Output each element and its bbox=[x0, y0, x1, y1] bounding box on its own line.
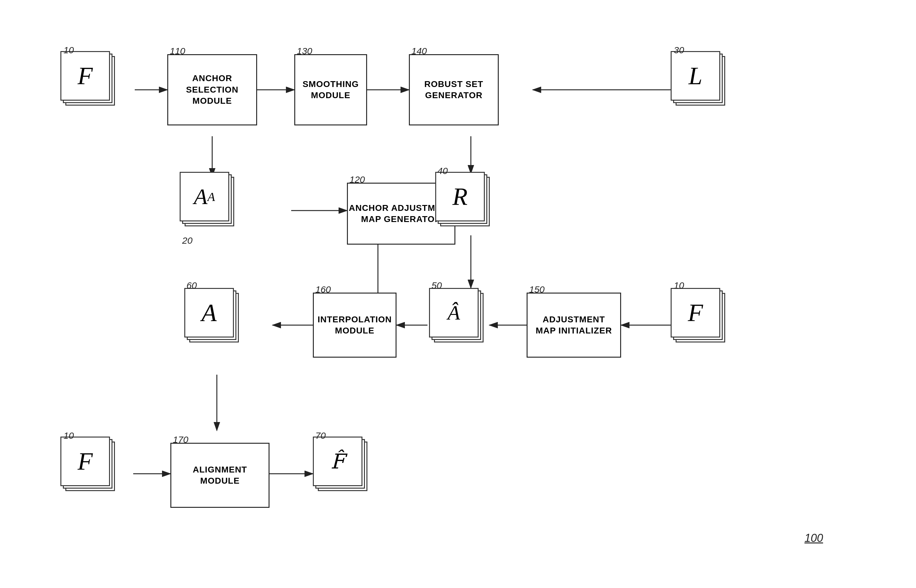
ref-20: 20 bbox=[182, 235, 193, 246]
aa-card-front: AA bbox=[180, 172, 229, 221]
smoothing-label: SMOOTHINGMODULE bbox=[303, 79, 359, 101]
a-card-front: A bbox=[184, 288, 234, 338]
anchor-selection-label: ANCHORSELECTIONMODULE bbox=[186, 73, 238, 107]
smoothing-module: SMOOTHINGMODULE bbox=[294, 54, 367, 125]
ref-70: 70 bbox=[316, 430, 325, 441]
a-hat-card-front: Â bbox=[429, 288, 479, 338]
ref-110: 110 bbox=[170, 46, 185, 57]
anchor-selection-module: ANCHORSELECTIONMODULE bbox=[167, 54, 257, 125]
l-card-front: L bbox=[671, 51, 720, 101]
ref-50: 50 bbox=[432, 280, 442, 291]
ref-10-bottom: 10 bbox=[63, 430, 74, 441]
f-bot-front: F bbox=[60, 436, 110, 486]
adjustment-map-label: ADJUSTMENTMAP INITIALIZER bbox=[536, 314, 612, 337]
interpolation-module: INTERPOLATIONMODULE bbox=[313, 292, 397, 358]
f-right-front: F bbox=[671, 288, 720, 338]
ref-160: 160 bbox=[316, 284, 331, 295]
ref-120: 120 bbox=[350, 174, 365, 185]
ref-170: 170 bbox=[173, 435, 188, 445]
ref-150: 150 bbox=[529, 284, 545, 295]
ref-140: 140 bbox=[411, 46, 427, 57]
ref-130: 130 bbox=[297, 46, 312, 57]
r-card-front: R bbox=[435, 172, 485, 221]
ref-40: 40 bbox=[437, 166, 448, 176]
f-hat-front: F̂ bbox=[313, 436, 363, 486]
ref-10-top: 10 bbox=[63, 45, 74, 55]
diagram-container: F 10 ANCHORSELECTIONMODULE 110 SMOOTHING… bbox=[0, 0, 916, 588]
interpolation-label: INTERPOLATIONMODULE bbox=[317, 314, 392, 337]
diagram-ref-100: 100 bbox=[804, 531, 823, 544]
robust-set-label: ROBUST SETGENERATOR bbox=[424, 79, 483, 101]
ref-10-right: 10 bbox=[674, 280, 684, 291]
robust-set-generator: ROBUST SETGENERATOR bbox=[409, 54, 499, 125]
f-input-top-card-front: F bbox=[60, 51, 110, 101]
alignment-label: ALIGNMENTMODULE bbox=[193, 464, 247, 487]
ref-60: 60 bbox=[186, 280, 197, 291]
ref-30: 30 bbox=[674, 45, 684, 55]
alignment-module: ALIGNMENTMODULE bbox=[170, 443, 270, 508]
adjustment-map-init: ADJUSTMENTMAP INITIALIZER bbox=[527, 292, 621, 358]
